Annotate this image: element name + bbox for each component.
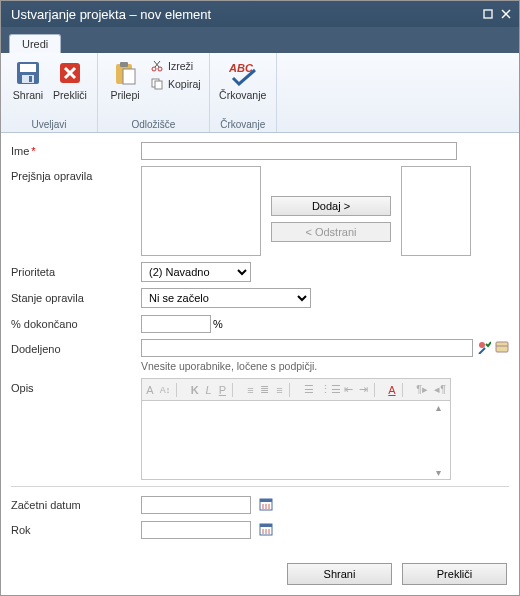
- predecessors-label: Prejšnja opravila: [11, 170, 92, 182]
- rte-underline-icon[interactable]: P: [218, 384, 226, 396]
- status-select[interactable]: Ni se začelo: [141, 288, 311, 308]
- rte-align-center-icon[interactable]: ≣: [260, 383, 269, 396]
- maximize-button[interactable]: [481, 7, 495, 21]
- svg-rect-6: [29, 76, 32, 82]
- close-button[interactable]: [499, 7, 513, 21]
- scroll-down-icon[interactable]: ▾: [436, 467, 441, 478]
- svg-rect-24: [260, 499, 272, 502]
- spellcheck-button[interactable]: ABC Črkovanje: [216, 57, 270, 103]
- description-label: Opis: [11, 382, 34, 394]
- name-label: Ime: [11, 145, 29, 157]
- rte-outdent-icon[interactable]: ⇤: [344, 383, 353, 396]
- copy-icon: [150, 77, 164, 91]
- duedate-input[interactable]: [141, 521, 251, 539]
- duedate-label: Rok: [11, 524, 31, 536]
- group-spell-label: Črkovanje: [216, 118, 270, 130]
- rte-italic-icon[interactable]: L: [205, 384, 213, 396]
- separator: [11, 486, 509, 487]
- footer-save-button[interactable]: Shrani: [287, 563, 392, 585]
- percent-input[interactable]: [141, 315, 211, 333]
- rte-font-family-icon[interactable]: A: [146, 384, 154, 396]
- assigned-input[interactable]: [141, 339, 473, 357]
- spellcheck-label: Črkovanje: [219, 89, 266, 101]
- svg-line-15: [155, 61, 160, 67]
- svg-point-14: [158, 67, 162, 71]
- ribbon-group-clipboard: Prilepi Izreži Kopiraj: [98, 53, 210, 132]
- svg-rect-29: [260, 524, 272, 527]
- svg-point-13: [152, 67, 156, 71]
- rte-align-left-icon[interactable]: ≡: [247, 384, 255, 396]
- ribbon-group-spelling: ABC Črkovanje Črkovanje: [210, 53, 277, 132]
- form-body: Ime* Prejšnja opravila Dodaj > < Odstran…: [1, 133, 519, 557]
- dialog-footer: Shrani Prekliči: [1, 557, 519, 595]
- svg-rect-5: [22, 75, 34, 83]
- svg-point-20: [479, 342, 485, 348]
- required-asterisk: *: [31, 145, 35, 157]
- save-button[interactable]: Shrani: [7, 57, 49, 103]
- dialog-window: Ustvarjanje projekta – nov element Uredi…: [0, 0, 520, 596]
- selected-tasks-listbox[interactable]: [401, 166, 471, 256]
- copy-button[interactable]: Kopiraj: [148, 75, 203, 93]
- assigned-hint: Vnesite uporabnike, ločene s podpičji.: [141, 360, 509, 372]
- rte-rtl-icon[interactable]: ◂¶: [434, 383, 446, 396]
- svg-text:ABC: ABC: [229, 62, 254, 74]
- percent-label: % dokončano: [11, 318, 78, 330]
- rte-toolbar: A A↕ K L P ≡ ≣ ≡ ☰ ⋮☰ ⇤ ⇥ A: [141, 378, 451, 400]
- rte-bold-icon[interactable]: K: [191, 384, 199, 396]
- svg-rect-4: [20, 64, 36, 72]
- rte-unordered-list-icon[interactable]: ⋮☰: [320, 383, 338, 396]
- footer-cancel-button[interactable]: Prekliči: [402, 563, 507, 585]
- rte-ltr-icon[interactable]: ¶▸: [416, 383, 428, 396]
- description-textarea[interactable]: [141, 400, 451, 480]
- add-button[interactable]: Dodaj >: [271, 196, 391, 216]
- paste-label: Prilepi: [110, 89, 139, 101]
- check-names-icon[interactable]: [477, 340, 491, 358]
- svg-rect-0: [484, 10, 492, 18]
- startdate-calendar-icon[interactable]: [259, 497, 275, 513]
- assigned-label: Dodeljeno: [11, 343, 61, 355]
- spellcheck-icon: ABC: [229, 59, 257, 87]
- rte-ordered-list-icon[interactable]: ☰: [304, 383, 314, 396]
- group-clipboard-label: Odložišče: [104, 118, 203, 130]
- cut-label: Izreži: [168, 60, 193, 72]
- tab-strip: Uredi: [1, 27, 519, 53]
- paste-icon: [111, 59, 139, 87]
- priority-label: Prioriteta: [11, 266, 55, 278]
- svg-rect-18: [155, 81, 162, 89]
- tab-edit[interactable]: Uredi: [9, 34, 61, 53]
- rte-font-color-icon[interactable]: A: [388, 384, 396, 396]
- cancel-button[interactable]: Prekliči: [49, 57, 91, 103]
- title-bar: Ustvarjanje projekta – nov element: [1, 1, 519, 27]
- duedate-calendar-icon[interactable]: [259, 522, 275, 538]
- window-title: Ustvarjanje projekta – nov element: [11, 7, 477, 22]
- remove-button[interactable]: < Odstrani: [271, 222, 391, 242]
- save-label: Shrani: [13, 89, 43, 101]
- group-commit-label: Uveljavi: [7, 118, 91, 130]
- rte-font-size-icon[interactable]: A↕: [160, 385, 171, 395]
- startdate-input[interactable]: [141, 496, 251, 514]
- paste-button[interactable]: Prilepi: [104, 57, 146, 103]
- percent-suffix: %: [213, 318, 223, 330]
- name-input[interactable]: [141, 142, 457, 160]
- browse-people-icon[interactable]: [495, 340, 509, 358]
- copy-label: Kopiraj: [168, 78, 201, 90]
- cut-button[interactable]: Izreži: [148, 57, 203, 75]
- cut-icon: [150, 59, 164, 73]
- rte-indent-icon[interactable]: ⇥: [359, 383, 368, 396]
- ribbon: Shrani Prekliči Uveljavi Prilepi: [1, 53, 519, 133]
- cancel-label: Prekliči: [53, 89, 87, 101]
- save-icon: [14, 59, 42, 87]
- svg-line-16: [154, 61, 159, 67]
- startdate-label: Začetni datum: [11, 499, 81, 511]
- rte-align-right-icon[interactable]: ≡: [275, 384, 283, 396]
- priority-select[interactable]: (2) Navadno: [141, 262, 251, 282]
- svg-rect-11: [120, 62, 128, 67]
- svg-rect-21: [496, 342, 508, 352]
- cancel-icon: [56, 59, 84, 87]
- scroll-up-icon[interactable]: ▴: [436, 402, 441, 413]
- ribbon-group-commit: Shrani Prekliči Uveljavi: [1, 53, 98, 132]
- status-label: Stanje opravila: [11, 292, 84, 304]
- svg-rect-12: [123, 69, 135, 84]
- available-tasks-listbox[interactable]: [141, 166, 261, 256]
